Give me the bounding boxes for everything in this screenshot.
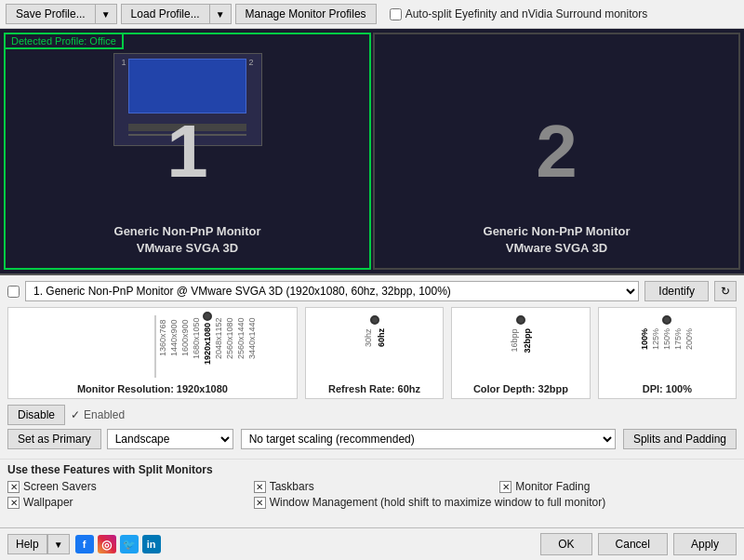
ok-button[interactable]: OK xyxy=(540,533,591,555)
enabled-text: Enabled xyxy=(84,408,125,421)
resolution-slider-dot[interactable] xyxy=(203,312,212,321)
depth-slider-dot[interactable] xyxy=(516,315,525,325)
monitor-fading-checkbox[interactable]: ✕ xyxy=(499,481,512,493)
apply-button[interactable]: Apply xyxy=(673,533,737,555)
refresh-button[interactable]: ↻ xyxy=(714,281,737,301)
taskbars-checkbox[interactable]: ✕ xyxy=(254,481,266,493)
auto-split-text: Auto-split Eyefinity and nVidia Surround… xyxy=(405,7,648,20)
facebook-icon[interactable]: f xyxy=(75,535,94,553)
depth-label: Color Depth: 32bpp xyxy=(473,383,568,394)
feature-wallpaper[interactable]: ✕ Wallpaper xyxy=(7,496,245,509)
dpi-slider-box: 100% 125% 150% 175% 200% DPI: 100% xyxy=(598,307,737,399)
auto-split-checkbox[interactable] xyxy=(390,8,402,20)
right-controls: No target scaling (recommended) Center S… xyxy=(241,405,737,449)
depth-label-active[interactable]: 32bpp xyxy=(523,328,532,353)
res-label-1[interactable]: 1440x900 xyxy=(169,312,179,365)
res-label-2[interactable]: 1600x900 xyxy=(180,312,190,365)
orientation-select[interactable]: Landscape Portrait Landscape (flipped) P… xyxy=(107,429,233,449)
resolution-label: Monitor Resolution: 1920x1080 xyxy=(77,383,228,394)
resolution-slider-box: 1360x768 1440x900 1600x900 1680x1050 192… xyxy=(7,307,298,399)
screen-savers-checkbox[interactable]: ✕ xyxy=(7,481,20,493)
res-label-active[interactable]: 1920x1080 xyxy=(203,323,212,365)
auto-split-label[interactable]: Auto-split Eyefinity and nVidia Surround… xyxy=(390,7,648,20)
load-profile-split: Load Profile... ▼ xyxy=(121,4,232,24)
monitor-select-row: 1. Generic Non-PnP Monitor @ VMware SVGA… xyxy=(7,281,737,301)
scaling-select[interactable]: No target scaling (recommended) Center S… xyxy=(241,429,616,449)
save-profile-split: Save Profile... ▼ xyxy=(6,4,117,24)
bottom-right: OK Cancel Apply xyxy=(540,533,737,555)
load-profile-button[interactable]: Load Profile... xyxy=(121,4,209,24)
help-arrow[interactable]: ▼ xyxy=(47,534,70,554)
monitor-block-1[interactable]: 1 2 1 Generic Non-PnP Monitor VMware SVG… xyxy=(4,33,371,270)
sliders-row: 1360x768 1440x900 1600x900 1680x1050 192… xyxy=(7,307,737,399)
monitor-1-label: Generic Non-PnP Monitor VMware SVGA 3D xyxy=(114,223,261,257)
monitor-1-number: 1 xyxy=(166,114,208,189)
load-profile-arrow[interactable]: ▼ xyxy=(209,4,232,24)
monitor-2-number: 2 xyxy=(536,114,578,189)
bottom-left: Help ▼ f ◎ 🐦 in xyxy=(7,534,161,554)
instagram-icon[interactable]: ◎ xyxy=(98,535,116,553)
left-controls: Disable ✓ Enabled Set as Primary Landsca… xyxy=(7,405,233,449)
depth-label-0[interactable]: 16bpp xyxy=(510,328,519,353)
disable-button[interactable]: Disable xyxy=(7,405,65,425)
res-label-6[interactable]: 2560x1080 xyxy=(225,312,234,365)
twitter-icon[interactable]: 🐦 xyxy=(120,535,139,553)
dpi-label-3[interactable]: 175% xyxy=(673,328,683,350)
dpi-label: DPI: 100% xyxy=(643,383,692,394)
refresh-label-active[interactable]: 60hz xyxy=(377,328,386,347)
help-button[interactable]: Help xyxy=(7,534,47,554)
features-title: Use these Features with Split Monitors xyxy=(7,463,737,476)
help-split: Help ▼ xyxy=(7,534,70,554)
save-profile-arrow[interactable]: ▼ xyxy=(95,4,117,24)
monitor-display-area: Detected Profile: Office 1 2 1 Generic N… xyxy=(0,29,744,275)
dpi-label-active[interactable]: 100% xyxy=(640,328,649,350)
detected-profile-badge: Detected Profile: Office xyxy=(4,33,124,49)
window-management-checkbox[interactable]: ✕ xyxy=(254,497,266,509)
dpi-label-1[interactable]: 125% xyxy=(651,328,660,350)
monitor-fading-label: Monitor Fading xyxy=(515,480,590,493)
refresh-slider-dot[interactable] xyxy=(370,315,379,325)
refresh-label-0[interactable]: 30hz xyxy=(364,328,373,347)
help-label: Help xyxy=(16,538,39,551)
social-icons: f ◎ 🐦 in xyxy=(75,535,161,553)
monitors-container: 1 2 1 Generic Non-PnP Monitor VMware SVG… xyxy=(0,29,744,273)
feature-window-management[interactable]: ✕ Window Management (hold shift to maxim… xyxy=(254,496,737,509)
monitor-2-label: Generic Non-PnP Monitor VMware SVGA 3D xyxy=(484,223,631,257)
manage-profiles-button[interactable]: Manage Monitor Profiles xyxy=(235,4,377,24)
save-profile-button[interactable]: Save Profile... xyxy=(6,4,95,24)
monitor-checkbox[interactable] xyxy=(7,286,20,298)
cancel-button[interactable]: Cancel xyxy=(598,533,668,555)
res-label-8[interactable]: 3440x1440 xyxy=(247,312,257,365)
feature-monitor-fading[interactable]: ✕ Monitor Fading xyxy=(499,480,737,493)
refresh-label: Refresh Rate: 60hz xyxy=(328,383,420,394)
screen-savers-label: Screen Savers xyxy=(23,480,97,493)
dpi-slider-dot[interactable] xyxy=(662,315,671,325)
set-primary-button[interactable]: Set as Primary xyxy=(7,429,101,449)
monitor-block-2[interactable]: 2 Generic Non-PnP Monitor VMware SVGA 3D xyxy=(373,33,740,270)
res-label-7[interactable]: 2560x1440 xyxy=(236,312,246,365)
window-management-label: Window Management (hold shift to maximiz… xyxy=(270,496,605,509)
toolbar: Save Profile... ▼ Load Profile... ▼ Mana… xyxy=(0,0,744,29)
enabled-label: ✓ Enabled xyxy=(71,408,125,421)
feature-taskbars[interactable]: ✕ Taskbars xyxy=(254,480,491,493)
controls-row-2: Disable ✓ Enabled Set as Primary Landsca… xyxy=(7,405,737,449)
wallpaper-label: Wallpaper xyxy=(23,496,73,509)
dpi-label-4[interactable]: 200% xyxy=(684,328,694,350)
res-label-5[interactable]: 2048x1152 xyxy=(214,312,223,365)
res-label-3[interactable]: 1680x1050 xyxy=(192,312,201,365)
features-area: Use these Features with Split Monitors ✕… xyxy=(0,459,744,514)
feature-screen-savers[interactable]: ✕ Screen Savers xyxy=(7,480,245,493)
wallpaper-checkbox[interactable]: ✕ xyxy=(7,497,20,509)
splits-padding-button[interactable]: Splits and Padding xyxy=(623,429,737,449)
features-grid: ✕ Screen Savers ✕ Taskbars ✕ Monitor Fad… xyxy=(7,480,737,509)
linkedin-icon[interactable]: in xyxy=(142,535,161,553)
res-label-0[interactable]: 1360x768 xyxy=(158,312,167,365)
refresh-slider-box: 30hz 60hz Refresh Rate: 60hz xyxy=(305,307,444,399)
depth-slider-box: 16bpp 32bpp Color Depth: 32bpp xyxy=(451,307,590,399)
settings-area: 1. Generic Non-PnP Monitor @ VMware SVGA… xyxy=(0,275,744,459)
dpi-label-2[interactable]: 150% xyxy=(662,328,671,350)
taskbars-label: Taskbars xyxy=(270,480,314,493)
identify-button[interactable]: Identify xyxy=(644,281,709,301)
bottom-bar: Help ▼ f ◎ 🐦 in OK Cancel Apply xyxy=(0,527,744,560)
monitor-select-dropdown[interactable]: 1. Generic Non-PnP Monitor @ VMware SVGA… xyxy=(25,281,639,301)
